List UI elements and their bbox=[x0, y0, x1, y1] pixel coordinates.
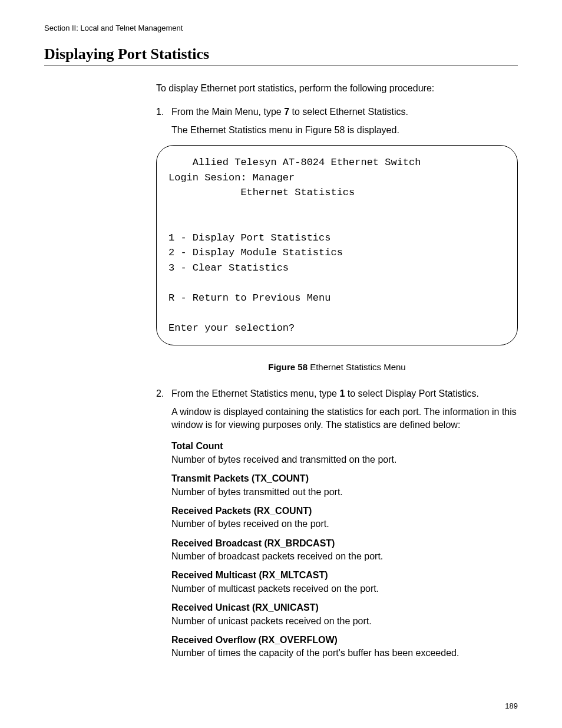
step-1-number: 1. bbox=[156, 106, 171, 118]
intro-text: To display Ethernet port statistics, per… bbox=[156, 82, 518, 95]
terminal-line-2: Login Sesion: Manager bbox=[168, 172, 295, 183]
figure-caption: Figure 58 Ethernet Statistics Menu bbox=[156, 361, 518, 373]
terminal-line-1: Allied Telesyn AT-8024 Ethernet Switch bbox=[168, 157, 421, 168]
step-1: 1.From the Main Menu, type 7 to select E… bbox=[171, 106, 518, 137]
terminal-line-6: 1 - Display Port Statistics bbox=[168, 232, 330, 243]
page-title: Displaying Port Statistics bbox=[44, 45, 518, 65]
def-term: Received Unicast (RX_UNICAST) bbox=[171, 601, 518, 614]
terminal-line-3: Ethernet Statistics bbox=[168, 187, 355, 198]
def-term: Transmit Packets (TX_COUNT) bbox=[171, 472, 518, 485]
def-text: Number of times the capacity of the port… bbox=[171, 647, 518, 660]
terminal-line-8: 3 - Clear Statistics bbox=[168, 262, 289, 274]
step-2: 2.From the Ethernet Statistics menu, typ… bbox=[171, 387, 518, 660]
step-1-text-b: to select Ethernet Statistics. bbox=[289, 107, 408, 117]
def-text: Number of bytes transmitted out the port… bbox=[171, 486, 518, 499]
step-2-text-a: From the Ethernet Statistics menu, type bbox=[171, 388, 339, 398]
def-term: Received Multicast (RX_MLTCAST) bbox=[171, 569, 518, 582]
content-body: To display Ethernet port statistics, per… bbox=[156, 82, 518, 660]
figure-caption-text: Ethernet Statistics Menu bbox=[308, 362, 406, 372]
page: Section II: Local and Telnet Management … bbox=[0, 0, 562, 728]
def-text: Number of bytes received on the port. bbox=[171, 518, 518, 531]
step-2-body: A window is displayed containing the sta… bbox=[171, 406, 518, 432]
def-text: Number of bytes received and transmitted… bbox=[171, 453, 518, 466]
step-2-number: 2. bbox=[156, 387, 171, 400]
def-text: Number of unicast packets received on th… bbox=[171, 615, 518, 628]
def-text: Number of multicast packets received on … bbox=[171, 582, 518, 595]
terminal-line-10: R - Return to Previous Menu bbox=[168, 292, 330, 304]
def-term: Received Packets (RX_COUNT) bbox=[171, 505, 518, 518]
terminal-line-7: 2 - Display Module Statistics bbox=[168, 247, 343, 258]
figure-caption-bold: Figure 58 bbox=[268, 362, 308, 372]
terminal-line-12: Enter your selection? bbox=[168, 322, 295, 334]
step-1-bold: 7 bbox=[284, 107, 289, 117]
step-2-text-b: to select Display Port Statistics. bbox=[345, 388, 479, 398]
section-header: Section II: Local and Telnet Management bbox=[44, 24, 518, 32]
def-term: Total Count bbox=[171, 440, 518, 453]
definition-list: Total Count Number of bytes received and… bbox=[171, 440, 518, 660]
def-term: Received Overflow (RX_OVERFLOW) bbox=[171, 634, 518, 647]
step-1-body: The Ethernet Statistics menu in Figure 5… bbox=[171, 124, 518, 137]
def-text: Number of broadcast packets received on … bbox=[171, 550, 518, 563]
terminal-screen: Allied Telesyn AT-8024 Ethernet Switch L… bbox=[156, 145, 518, 345]
page-number: 189 bbox=[505, 701, 518, 710]
def-term: Received Broadcast (RX_BRDCAST) bbox=[171, 537, 518, 550]
step-1-text-a: From the Main Menu, type bbox=[171, 107, 284, 117]
